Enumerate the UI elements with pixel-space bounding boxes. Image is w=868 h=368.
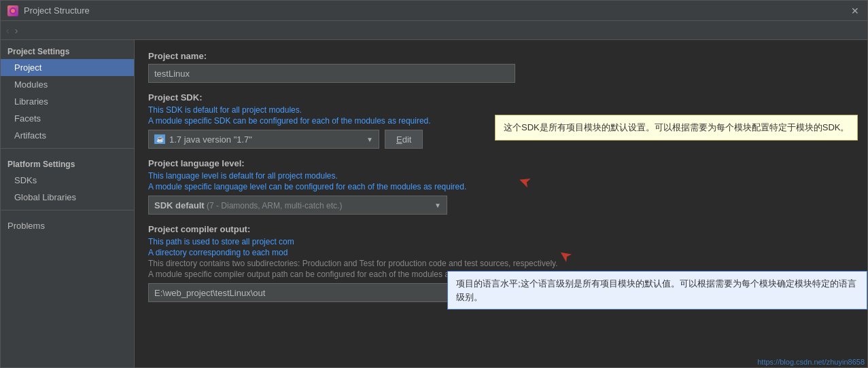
project-name-input[interactable] bbox=[148, 64, 515, 83]
sidebar-item-facets[interactable]: Facets bbox=[1, 110, 134, 127]
sidebar-divider2 bbox=[1, 210, 134, 210]
content-area: Project Settings Project Modules Librari… bbox=[1, 40, 867, 367]
back-button[interactable]: ‹ bbox=[6, 25, 10, 36]
title-bar: Project Structure ✕ bbox=[1, 1, 867, 21]
lang-value-gray: (7 - Diamonds, ARM, multi-catch etc.) bbox=[205, 201, 343, 210]
close-button[interactable]: ✕ bbox=[850, 5, 861, 16]
lang-value-bold: SDK default bbox=[154, 200, 205, 210]
main-panel: Project name: Project SDK: This SDK is d… bbox=[135, 40, 867, 367]
watermark: https://blog.csdn.net/zhuyin8658 bbox=[757, 358, 865, 366]
sidebar-divider bbox=[1, 148, 134, 149]
compiler-info-line3: This directory contains two subdirectori… bbox=[148, 259, 854, 268]
forward-button[interactable]: › bbox=[15, 25, 18, 36]
platform-settings-section-label: Platform Settings bbox=[1, 153, 134, 172]
sidebar-item-project[interactable]: Project bbox=[1, 59, 134, 76]
lang-info-line1: This language level is default for all p… bbox=[148, 171, 854, 181]
lang-select-text: SDK default (7 - Diamonds, ARM, multi-ca… bbox=[154, 200, 434, 210]
app-icon bbox=[7, 5, 18, 16]
sdk-edit-button[interactable]: Edit bbox=[385, 130, 423, 149]
lang-dropdown-arrow: ▼ bbox=[434, 202, 441, 209]
sidebar-item-sdks[interactable]: SDKs bbox=[1, 172, 134, 189]
sidebar: Project Settings Project Modules Librari… bbox=[1, 40, 135, 367]
title-controls: ✕ bbox=[850, 5, 861, 16]
project-language-section: Project language level: This language le… bbox=[148, 158, 854, 215]
project-settings-section-label: Project Settings bbox=[1, 40, 134, 59]
compiler-info-line2: A directory corresponding to each mod bbox=[148, 248, 854, 257]
tooltip-lang: 项目的语言水平;这个语言级别是所有项目模块的默认值。可以根据需要为每个模块确定模… bbox=[447, 271, 867, 310]
sdk-icon: ☕ bbox=[154, 134, 165, 144]
title-bar-left: Project Structure bbox=[7, 5, 90, 16]
sdk-value: 1.7 java version "1.7" bbox=[169, 134, 252, 145]
project-sdk-label: Project SDK: bbox=[148, 92, 854, 103]
nav-bar: ‹ › bbox=[1, 21, 867, 40]
compiler-output-label: Project compiler output: bbox=[148, 224, 854, 234]
sidebar-item-modules[interactable]: Modules bbox=[1, 76, 134, 93]
compiler-info-line1: This path is used to store all project c… bbox=[148, 237, 854, 246]
project-structure-window: Project Structure ✕ ‹ › Project Settings… bbox=[0, 0, 868, 368]
tooltip-sdk-text: 这个SDK是所有项目模块的默认设置。可以根据需要为每个模块配置特定于模块的SDK… bbox=[504, 122, 849, 132]
language-dropdown[interactable]: SDK default (7 - Diamonds, ARM, multi-ca… bbox=[148, 196, 447, 215]
project-name-section: Project name: bbox=[148, 51, 854, 83]
sdk-dropdown-arrow: ▼ bbox=[366, 136, 373, 143]
sidebar-item-libraries[interactable]: Libraries bbox=[1, 93, 134, 110]
sidebar-item-problems[interactable]: Problems bbox=[1, 217, 134, 234]
sidebar-item-global-libraries[interactable]: Global Libraries bbox=[1, 189, 134, 206]
lang-info-line2: A module specific language level can be … bbox=[148, 182, 854, 191]
sidebar-item-artifacts[interactable]: Artifacts bbox=[1, 127, 134, 144]
project-language-label: Project language level: bbox=[148, 158, 854, 168]
tooltip-lang-text: 项目的语言水平;这个语言级别是所有项目模块的默认值。可以根据需要为每个模块确定模… bbox=[456, 278, 856, 302]
sdk-dropdown[interactable]: ☕ 1.7 java version "1.7" ▼ bbox=[148, 130, 379, 149]
svg-point-1 bbox=[11, 9, 15, 13]
project-name-label: Project name: bbox=[148, 51, 854, 61]
edit-label: Edit bbox=[396, 134, 411, 145]
tooltip-sdk: 这个SDK是所有项目模块的默认设置。可以根据需要为每个模块配置特定于模块的SDK… bbox=[495, 115, 858, 141]
window-title: Project Structure bbox=[24, 5, 90, 16]
sdk-info-line1: This SDK is default for all project modu… bbox=[148, 105, 854, 115]
